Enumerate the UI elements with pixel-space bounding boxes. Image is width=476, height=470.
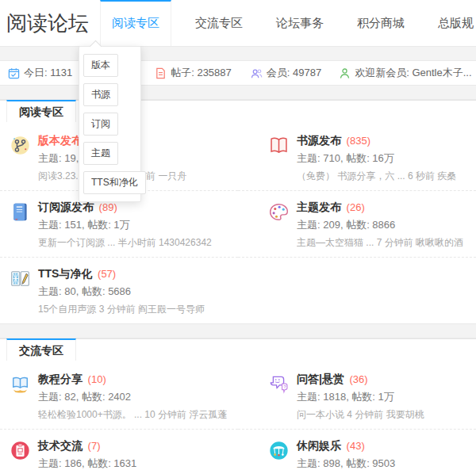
forum-stats: 主题: 186, 帖数: 1631: [38, 457, 205, 470]
divider-strip-section: [0, 323, 476, 338]
theme-icon: [268, 201, 290, 223]
nav-item-2[interactable]: 交流专区: [186, 0, 252, 46]
forum-item[interactable]: 技术交流 (7) 主题: 186, 帖数: 1631 现在起点防盗厉害 ... …: [0, 430, 238, 470]
forum-last-post[interactable]: 主题—太空猫猫 ... 7 分钟前 啾啾啾的酒: [297, 236, 463, 250]
stat-label: 帖子: 235887: [171, 66, 232, 80]
main-nav: 阅读专区交流专区论坛事务积分商城总版规: [100, 0, 476, 46]
stat-label: 今日: 1131: [24, 66, 72, 80]
tutorial-icon: [10, 373, 31, 395]
posts-icon: [155, 67, 167, 79]
members-icon: [251, 67, 263, 79]
stat-item: 今日: 1131: [8, 66, 72, 80]
forum-title[interactable]: TTS与净化: [38, 267, 92, 280]
section-tab-1[interactable]: 阅读专区: [6, 100, 76, 122]
stat-label: 会员: 49787: [267, 66, 321, 80]
forum-section: 交流专区 教程分享 (10) 主题: 82, 帖数: 2402 轻松检验1000…: [0, 338, 476, 470]
forum-title[interactable]: 主题发布: [297, 201, 341, 213]
dropdown-item-5[interactable]: TTS和净化: [83, 171, 146, 194]
dropdown-item-4[interactable]: 主题: [83, 142, 118, 165]
forum-grid: 版本发布 (1) 主题: 19, 帖数: 阅读3.23.06时前 一只舟 书源发…: [0, 124, 476, 323]
qa-icon: ?: [268, 373, 290, 395]
nav-item-4[interactable]: 积分商城: [347, 0, 414, 46]
forum-stats: 主题: 82, 帖数: 2402: [38, 390, 227, 404]
stats-bar: 今日: 1131 帖子: 235887 会员: 49787 欢迎新会员: Gen…: [0, 61, 476, 85]
nav-item-3[interactable]: 论坛事务: [267, 0, 333, 46]
dropdown-item-3[interactable]: 订阅: [83, 113, 118, 136]
forum-new-count: (57): [94, 268, 116, 280]
forum-new-count: (835): [344, 135, 370, 147]
forum-new-count: (89): [96, 201, 117, 213]
forum-last-post[interactable]: 15个自用声源 3 分钟前 阎王殿一号导师: [38, 303, 205, 316]
forum-item[interactable]: 休闲娱乐 (43) 主题: 898, 帖数: 9503 努力升三级 半小时前 1…: [238, 430, 476, 470]
tech-icon: [10, 440, 31, 461]
stat-item: 欢迎新会员: Gentle木子...: [339, 66, 471, 80]
fun-icon: [268, 440, 290, 461]
tts-icon: [10, 268, 31, 289]
section-tab-2[interactable]: 交流专区: [6, 338, 76, 361]
forum-last-post[interactable]: 更新一个订阅源 ... 半小时前 1430426342: [38, 236, 212, 250]
sections-container: 阅读专区 版本发布 (1) 主题: 19, 帖数: 阅读3.23.06时前 一只…: [0, 100, 476, 470]
site-header: 阅读论坛 阅读专区交流专区论坛事务积分商城总版规: [0, 0, 476, 46]
forum-new-count: (43): [344, 440, 365, 452]
forum-item[interactable]: 书源发布 (835) 主题: 710, 帖数: 16万 （免费） 书源分享，六 …: [238, 124, 476, 191]
forum-title[interactable]: 订阅源发布: [38, 201, 94, 213]
forum-item[interactable]: ? 问答|悬赏 (36) 主题: 1818, 帖数: 1万 问一本小说 4 分钟…: [238, 363, 476, 430]
forum-title[interactable]: 问答|悬赏: [297, 373, 344, 385]
forum-section: 阅读专区 版本发布 (1) 主题: 19, 帖数: 阅读3.23.06时前 一只…: [0, 100, 476, 323]
dropdown-item-1[interactable]: 版本: [83, 54, 118, 77]
forum-new-count: (36): [347, 373, 368, 385]
forum-item[interactable]: TTS与净化 (57) 主题: 80, 帖数: 5686 15个自用声源 3 分…: [0, 258, 238, 323]
version-icon: [10, 135, 31, 156]
forum-stats: 主题: 1818, 帖数: 1万: [297, 390, 424, 404]
section-header: 阅读专区: [0, 101, 476, 124]
forum-stats: 主题: 80, 帖数: 5686: [38, 285, 205, 299]
forum-last-post[interactable]: 问一本小说 4 分钟前 我要胡桃: [297, 408, 424, 422]
dropdown-item-2[interactable]: 书源: [83, 83, 118, 106]
calendar-icon: [8, 67, 20, 79]
stat-item: 帖子: 235887: [155, 66, 232, 80]
forum-grid: 教程分享 (10) 主题: 82, 帖数: 2402 轻松检验1000+书源。 …: [0, 363, 476, 470]
forum-new-count: (10): [85, 373, 106, 385]
forum-item[interactable]: 主题发布 (26) 主题: 209, 帖数: 8866 主题—太空猫猫 ... …: [238, 191, 476, 258]
stat-label: 欢迎新会员: Gentle木子...: [355, 66, 471, 80]
divider-strip-mid: [0, 85, 476, 100]
forum-item[interactable]: 教程分享 (10) 主题: 82, 帖数: 2402 轻松检验1000+书源。 …: [0, 363, 238, 430]
forum-title[interactable]: 教程分享: [38, 373, 83, 385]
forum-stats: 主题: 151, 帖数: 1万: [38, 218, 212, 232]
nav-item-5[interactable]: 总版规: [428, 0, 476, 46]
stat-item: 会员: 49787: [251, 66, 321, 80]
forum-last-post[interactable]: 轻松检验1000+书源。 ... 10 分钟前 浮云孤蓬: [38, 408, 227, 422]
forum-new-count: (26): [344, 201, 365, 213]
welcome-icon: [339, 67, 351, 79]
divider-strip-top: [0, 46, 476, 61]
site-logo: 阅读论坛: [6, 0, 89, 46]
forum-title[interactable]: 休闲娱乐: [297, 439, 341, 452]
nav-item-1[interactable]: 阅读专区: [100, 0, 171, 46]
forum-stats: 主题: 209, 帖数: 8866: [297, 218, 463, 232]
subscription-icon: [10, 201, 31, 223]
forum-title[interactable]: 版本发布: [38, 134, 83, 147]
nav-dropdown-menu: 版本书源订阅主题TTS和净化: [79, 46, 141, 202]
forum-title[interactable]: 书源发布: [297, 134, 341, 147]
forum-home-page: 阅读论坛 阅读专区交流专区论坛事务积分商城总版规 今日: 1131 帖子: 23…: [0, 0, 476, 470]
section-header: 交流专区: [0, 339, 476, 363]
booksource-icon: [268, 135, 290, 156]
forum-title[interactable]: 技术交流: [38, 439, 83, 452]
svg-text:?: ?: [283, 384, 286, 389]
forum-last-post[interactable]: （免费） 书源分享，六 ... 6 秒前 疾桑: [297, 170, 456, 183]
forum-stats: 主题: 710, 帖数: 16万: [297, 151, 456, 166]
forum-stats: 主题: 898, 帖数: 9503: [297, 457, 420, 470]
forum-new-count: (7): [85, 440, 101, 452]
